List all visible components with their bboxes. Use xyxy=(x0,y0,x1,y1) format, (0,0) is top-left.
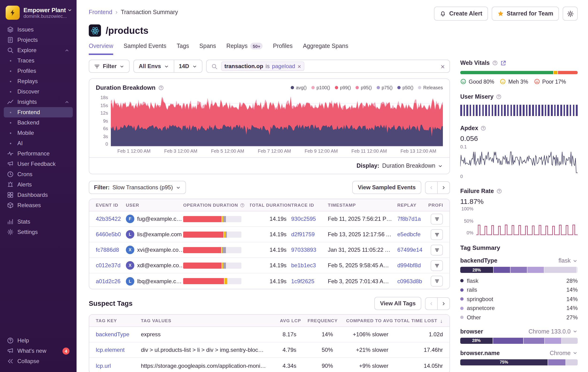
event-id-link[interactable]: fc7886d8 xyxy=(96,247,119,253)
profile-button[interactable] xyxy=(431,260,443,271)
sidebar-item-ai[interactable]: AI xyxy=(4,138,73,149)
environment-selector[interactable]: All Envs xyxy=(134,60,174,73)
sidebar-item-discover[interactable]: Discover xyxy=(4,86,73,97)
tag-value-selector[interactable]: flask xyxy=(559,257,578,264)
sidebar-item-profiles[interactable]: Profiles xyxy=(4,66,73,76)
tag-key-link[interactable]: lcp.url xyxy=(96,362,111,369)
event-id-link[interactable]: 6460e5b0 xyxy=(96,231,121,238)
legend-item-p75[interactable]: p75() xyxy=(377,85,393,90)
duration-info-icon[interactable] xyxy=(158,85,164,90)
search-clear-icon[interactable]: × xyxy=(441,63,445,70)
tag-legend-label: Other xyxy=(467,314,481,321)
legend-item-avg[interactable]: avg() xyxy=(291,85,307,90)
filter-button[interactable]: Filter xyxy=(89,60,130,73)
pager-previous-button[interactable] xyxy=(425,297,438,310)
trace-id-link[interactable]: be1b1ec3 xyxy=(291,262,316,269)
sidebar-item-backend[interactable]: Backend xyxy=(4,117,73,128)
token-remove-icon[interactable]: × xyxy=(297,63,301,69)
search-input[interactable]: transaction.op is pageload × × xyxy=(206,60,450,73)
sidebar-item-what-s-new[interactable]: What's new4 xyxy=(4,346,73,356)
legend-item-p100[interactable]: p100() xyxy=(311,85,330,90)
pager-next-button[interactable] xyxy=(437,297,450,310)
legend-item-p99[interactable]: p99() xyxy=(335,85,351,90)
user-misery-info-icon[interactable] xyxy=(496,94,502,100)
tab-label: Aggregate Spans xyxy=(303,43,348,49)
web-vitals-info-icon[interactable] xyxy=(492,60,498,66)
event-id-link[interactable]: c012e37d xyxy=(96,262,120,269)
replay-id-link[interactable]: e5edbcfe xyxy=(397,231,420,238)
sidebar-item-collapse[interactable]: Collapse xyxy=(4,356,73,366)
trace-id-link[interactable]: d2f91759 xyxy=(291,231,315,238)
search-token[interactable]: transaction.op is pageload × xyxy=(221,62,304,71)
web-vitals-open-icon[interactable] xyxy=(500,60,506,66)
tag-key-link[interactable]: backendType xyxy=(96,331,129,338)
trace-id-link[interactable]: 930c2595 xyxy=(291,216,316,222)
profile-button[interactable] xyxy=(431,213,443,224)
suspect-tags-table: TAG KEYTAG VALUESAVG LCPFREQUENCYCOMPARE… xyxy=(89,314,450,372)
replay-id-link[interactable]: c0963d8b xyxy=(397,278,422,284)
sidebar-item-traces[interactable]: Traces xyxy=(4,55,73,66)
sidebar-item-help[interactable]: Help xyxy=(4,335,73,346)
sidebar-item-issues[interactable]: Issues xyxy=(4,24,73,35)
sidebar-item-explore[interactable]: Explore xyxy=(4,45,73,55)
tab-profiles[interactable]: Profiles xyxy=(273,43,293,55)
tab-sampled-events[interactable]: Sampled Events xyxy=(124,43,166,55)
tag-value-selector[interactable]: Chrome xyxy=(550,350,578,356)
sidebar-item-frontend[interactable]: Frontend xyxy=(4,107,73,117)
sidebar-item-alerts[interactable]: Alerts xyxy=(4,180,73,190)
sidebar-item-mobile[interactable]: Mobile xyxy=(4,128,73,138)
settings-gear-button[interactable] xyxy=(563,7,578,21)
profile-button[interactable] xyxy=(431,244,443,255)
profile-button[interactable] xyxy=(431,229,443,240)
sidebar-item-replays[interactable]: Replays xyxy=(4,76,73,86)
trace-id-link[interactable]: 1c9f2625 xyxy=(291,278,315,284)
profile-button[interactable] xyxy=(431,276,443,287)
sidebar-item-releases[interactable]: Releases xyxy=(4,200,73,210)
sidebar-item-settings[interactable]: Settings xyxy=(4,227,73,237)
event-id-link[interactable]: 42b35422 xyxy=(96,216,121,222)
view-sampled-events-button[interactable]: View Sampled Events xyxy=(352,181,421,194)
operation-duration-info-icon[interactable] xyxy=(240,203,245,207)
date-range-selector[interactable]: 14D xyxy=(174,60,202,73)
breadcrumb-frontend[interactable]: Frontend xyxy=(89,9,112,15)
sidebar-item-dashboards[interactable]: Dashboards xyxy=(4,190,73,200)
trace-id-link[interactable]: 97033893 xyxy=(291,247,316,253)
display-selector[interactable]: Duration Breakdown xyxy=(382,162,443,169)
pager-next-button[interactable] xyxy=(437,181,450,194)
tag-value-selector[interactable]: Chrome 133.0.0 xyxy=(529,328,578,335)
sidebar-item-performance[interactable]: Performance xyxy=(4,149,73,159)
starred-for-team-button[interactable]: Starred for Team xyxy=(492,7,559,21)
sidebar-item-crons[interactable]: Crons xyxy=(4,169,73,180)
column-header-label: USER xyxy=(126,202,139,208)
legend-item-releases[interactable]: Releases xyxy=(418,85,443,90)
pager-previous-button[interactable] xyxy=(425,181,438,194)
tag-key-link[interactable]: lcp.element xyxy=(96,347,125,353)
tab-replays[interactable]: Replays50+ xyxy=(226,43,263,55)
replay-id-link[interactable]: 7f8b7d1a xyxy=(397,216,421,222)
failure-rate-info-icon[interactable] xyxy=(496,188,502,194)
apdex-info-icon[interactable] xyxy=(481,125,486,131)
user-email: lis@example.com xyxy=(137,231,182,238)
legend-label: p95() xyxy=(361,85,372,90)
sidebar-item-user-feedback[interactable]: User Feedback xyxy=(4,159,73,169)
replay-id-link[interactable]: d994bf8d xyxy=(397,262,421,269)
sidebar-item-projects[interactable]: Projects xyxy=(4,35,73,45)
sidebar-item-insights[interactable]: Insights xyxy=(4,97,73,107)
sidebar-item-stats[interactable]: Stats xyxy=(4,216,73,227)
org-switcher[interactable]: Empower Plant dominik.buszowiec... xyxy=(4,5,73,24)
transaction-filter-selector[interactable]: Filter: Slow Transactions (p95) xyxy=(89,181,186,194)
events-table-body: 42b35422Ffug@example.c…14.19s930c2595Feb… xyxy=(89,211,450,289)
tab-overview[interactable]: Overview xyxy=(89,43,113,55)
tab-spans[interactable]: Spans xyxy=(199,43,216,55)
create-alert-button[interactable]: Create Alert xyxy=(434,7,488,21)
view-all-tags-button[interactable]: View All Tags xyxy=(374,297,421,310)
sort-desc-icon[interactable]: ↓ xyxy=(440,318,443,323)
replay-id-link[interactable]: 67499e14 xyxy=(397,247,422,253)
sidebar-item-label: Collapse xyxy=(17,358,39,364)
event-id-link[interactable]: a01d2c26 xyxy=(96,278,120,284)
legend-item-p50[interactable]: p50() xyxy=(397,85,413,90)
tag-bar-segment xyxy=(511,267,527,273)
tab-aggregate-spans[interactable]: Aggregate Spans xyxy=(303,43,348,55)
tab-tags[interactable]: Tags xyxy=(177,43,189,55)
legend-item-p95[interactable]: p95() xyxy=(356,85,372,90)
